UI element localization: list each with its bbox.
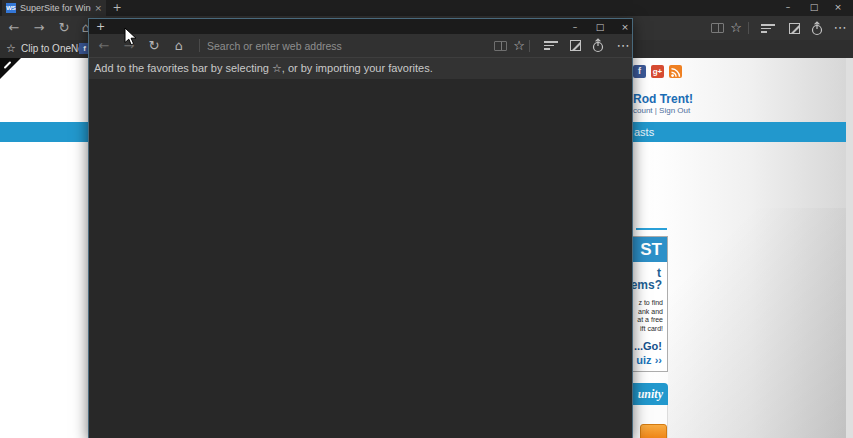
refresh-button[interactable]: ↻ xyxy=(54,16,74,40)
new-tab-button[interactable]: + xyxy=(96,19,105,34)
desktop-screenshot: WS SuperSite for Windows × + – □ × ← → ↻… xyxy=(0,0,853,438)
address-bar-input[interactable] xyxy=(207,34,485,57)
toolbar-divider xyxy=(748,22,749,34)
hub-icon[interactable] xyxy=(544,41,558,50)
page-shading xyxy=(668,208,853,438)
empty-page-content xyxy=(89,79,632,438)
tab-supersite[interactable]: WS SuperSite for Windows × xyxy=(2,0,106,16)
hub-icon[interactable] xyxy=(761,24,775,33)
facebook-icon[interactable]: f xyxy=(633,65,646,78)
mouse-cursor xyxy=(124,27,138,47)
favorites-star-icon[interactable]: ☆ xyxy=(509,34,529,57)
back-button[interactable]: ← xyxy=(94,34,114,57)
rss-glyph xyxy=(669,66,682,79)
window-minimize-button[interactable]: – xyxy=(565,20,585,34)
window-maximize-button[interactable]: □ xyxy=(590,20,610,34)
social-icons: f g+ xyxy=(633,65,682,78)
web-note-icon[interactable] xyxy=(789,23,800,34)
refresh-button[interactable]: ↻ xyxy=(144,34,164,57)
favorites-star-icon[interactable]: ☆ xyxy=(726,16,746,40)
nav-item-partial[interactable]: asts xyxy=(634,122,654,142)
page-right-edge xyxy=(846,58,853,438)
foreground-toolbar: ← → ↻ ⌂ ☆ ⋯ xyxy=(89,34,632,57)
onenote-star-icon: ☆ xyxy=(6,40,16,58)
user-greeting: Rod Trent! xyxy=(633,92,693,106)
more-actions-icon[interactable]: ⋯ xyxy=(830,16,850,40)
share-icon[interactable] xyxy=(591,38,605,53)
back-button[interactable]: ← xyxy=(4,16,24,40)
reading-view-icon[interactable] xyxy=(711,23,724,33)
foreground-browser-window: + – □ × ← → ↻ ⌂ ☆ ⋯ Add to the favorites… xyxy=(88,18,633,438)
web-note-icon[interactable] xyxy=(570,40,581,51)
rss-icon[interactable] xyxy=(669,65,682,78)
promo-section-divider xyxy=(636,228,667,230)
site-favicon: WS xyxy=(6,3,16,13)
favorites-bar-notification: Add to the favorites bar by selecting ☆,… xyxy=(89,57,632,79)
window-restore-button[interactable]: □ xyxy=(804,0,824,14)
share-icon[interactable] xyxy=(810,21,824,36)
community-action-button[interactable] xyxy=(640,424,667,438)
reading-view-icon[interactable] xyxy=(494,41,507,51)
account-sign-out-links[interactable]: count | Sign Out xyxy=(633,106,690,115)
window-close-button[interactable]: × xyxy=(615,20,635,34)
background-tab-bar: WS SuperSite for Windows × + – □ × xyxy=(0,0,853,16)
window-minimize-button[interactable]: – xyxy=(778,0,798,14)
new-tab-button[interactable]: + xyxy=(108,0,126,16)
address-bar-divider xyxy=(199,39,200,52)
more-actions-icon[interactable]: ⋯ xyxy=(613,34,633,57)
tab-title: SuperSite for Windows xyxy=(20,3,91,13)
forward-button[interactable]: → xyxy=(29,16,49,40)
foreground-tab-bar: + – □ × xyxy=(89,19,632,34)
google-plus-icon[interactable]: g+ xyxy=(651,65,664,78)
toolbar-divider xyxy=(529,40,530,52)
window-close-button[interactable]: × xyxy=(828,0,848,14)
home-button[interactable]: ⌂ xyxy=(169,34,189,57)
tab-close-icon[interactable]: × xyxy=(94,3,102,13)
